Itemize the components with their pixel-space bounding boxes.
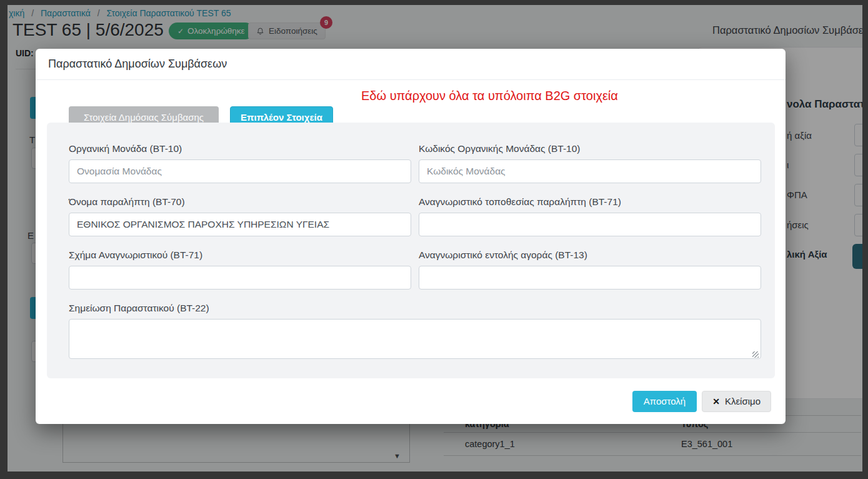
- field-label: Όνομα παραλήπτη (BT-70): [69, 196, 411, 208]
- field-organic-unit-code: Κωδικός Οργανικής Μονάδας (BT-10): [419, 143, 761, 183]
- organic-unit-code-input[interactable]: [419, 159, 761, 183]
- organic-unit-input[interactable]: [69, 159, 411, 183]
- field-document-note: Σημείωση Παραστατικού (BT-22): [69, 303, 761, 361]
- resize-handle-icon[interactable]: [752, 351, 759, 358]
- purchase-order-id-input[interactable]: [419, 266, 761, 290]
- field-recipient-name: Όνομα παραλήπτη (BT-70): [69, 196, 411, 236]
- annotation-text: Εδώ υπάρχουν όλα τα υπόλοιπα B2G στοιχεί…: [361, 89, 618, 103]
- tab-content-panel: Οργανική Μονάδα (BT-10) Κωδικός Οργανική…: [47, 123, 775, 378]
- field-label: Αναγνωριστικό τοποθεσίας παραλήπτη (BT-7…: [419, 196, 761, 208]
- field-label: Κωδικός Οργανικής Μονάδας (BT-10): [419, 143, 761, 154]
- field-organic-unit: Οργανική Μονάδα (BT-10): [69, 143, 411, 183]
- modal-header: Παραστατικό Δημοσίων Συμβάσεων: [36, 49, 786, 80]
- modal-footer: Αποστολή ✕ Κλείσιμο: [36, 378, 786, 424]
- field-purchase-order-id: Αναγνωριστικό εντολής αγοράς (BT-13): [419, 250, 761, 290]
- field-label: Οργανική Μονάδα (BT-10): [69, 143, 411, 154]
- modal-title: Παραστατικό Δημοσίων Συμβάσεων: [48, 58, 227, 71]
- field-label: Σχήμα Αναγνωριστικού (BT-71): [69, 250, 411, 261]
- page: χική / Παραστατικά / Στοιχεία Παραστατικ…: [7, 5, 862, 471]
- field-label: Σημείωση Παραστατικού (BT-22): [69, 303, 761, 314]
- field-label: Αναγνωριστικό εντολής αγοράς (BT-13): [419, 250, 761, 261]
- modal-dialog: Παραστατικό Δημοσίων Συμβάσεων Εδώ υπάρχ…: [36, 49, 786, 424]
- submit-button[interactable]: Αποστολή: [632, 391, 697, 412]
- field-id-scheme: Σχήμα Αναγνωριστικού (BT-71): [69, 250, 411, 290]
- document-note-textarea[interactable]: [69, 319, 761, 359]
- close-button-label: Κλείσιμο: [725, 396, 761, 406]
- close-icon: ✕: [712, 396, 720, 406]
- field-recipient-location-id: Αναγνωριστικό τοποθεσίας παραλήπτη (BT-7…: [419, 196, 761, 236]
- recipient-name-input[interactable]: [69, 213, 411, 236]
- id-scheme-input[interactable]: [69, 266, 411, 290]
- close-button[interactable]: ✕ Κλείσιμο: [702, 391, 771, 412]
- recipient-location-id-input[interactable]: [419, 213, 761, 236]
